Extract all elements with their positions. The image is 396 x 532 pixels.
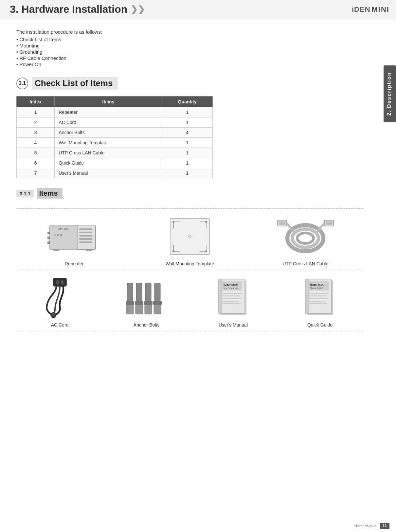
cell-index: 5 xyxy=(17,148,55,158)
utp-cable-label: UTP Cross LAN Cable xyxy=(282,261,328,266)
svg-rect-9 xyxy=(47,237,50,239)
section-number-badge: 3.1 xyxy=(16,78,28,89)
items-grid: iDEN MINI Repeater xyxy=(16,208,363,331)
item-users-manual: iDEN MINI User's Manual User's Manual xyxy=(190,276,277,328)
subsection-badge: 3.1.1 xyxy=(16,190,34,197)
table-row: 1 Repeater 1 xyxy=(17,107,213,117)
svg-point-19 xyxy=(172,221,174,223)
anchor-bolts-image xyxy=(117,276,176,319)
item-repeater: iDEN MINI Repeater xyxy=(16,215,132,266)
svg-rect-10 xyxy=(47,241,50,244)
users-manual-image: iDEN MINI User's Manual xyxy=(204,276,263,319)
svg-rect-52 xyxy=(145,305,152,314)
svg-rect-14 xyxy=(53,249,60,251)
cell-index: 4 xyxy=(17,138,55,148)
cell-index: 2 xyxy=(17,117,55,128)
table-row: 6 Quick Guide 1 xyxy=(17,158,213,168)
svg-rect-77 xyxy=(309,293,329,294)
svg-text:iDEN MINI: iDEN MINI xyxy=(224,283,238,286)
svg-text:User's Manual: User's Manual xyxy=(224,287,238,289)
cell-item: Anchor Bolts xyxy=(55,128,162,138)
repeater-image: iDEN MINI xyxy=(45,215,104,258)
main-content: The installation procedure is as follows… xyxy=(0,19,383,341)
chapter-title-text: 3. Hardware Installation xyxy=(10,3,127,15)
svg-rect-3 xyxy=(79,235,92,237)
cell-index: 1 xyxy=(17,107,55,117)
svg-text:iDEN MINI: iDEN MINI xyxy=(310,283,324,286)
svg-rect-44 xyxy=(127,283,133,301)
svg-rect-69 xyxy=(222,301,238,302)
cell-qty: 1 xyxy=(162,107,213,117)
wall-template-label: Wall Mounting Template xyxy=(166,261,214,266)
list-item: Check List of Items xyxy=(16,37,363,42)
svg-point-22 xyxy=(205,221,207,223)
svg-point-12 xyxy=(57,234,59,236)
svg-rect-1 xyxy=(79,228,92,230)
svg-rect-73 xyxy=(305,279,309,313)
svg-rect-41 xyxy=(61,280,63,284)
svg-point-11 xyxy=(54,234,56,236)
utp-cable-image xyxy=(276,215,335,258)
svg-rect-53 xyxy=(154,283,160,301)
brand-logo: iDEN MINI xyxy=(352,5,389,14)
cell-item: Quick Guide xyxy=(55,158,162,168)
svg-rect-40 xyxy=(56,280,59,284)
cell-qty: 1 xyxy=(162,148,213,158)
svg-rect-39 xyxy=(53,278,66,286)
item-wall-template: Wall Mounting Template xyxy=(132,215,247,266)
cell-qty: 1 xyxy=(162,168,213,178)
svg-text:iDEN MINI: iDEN MINI xyxy=(58,228,69,230)
items-table: Index Items Quantity 1 Repeater 1 2 AC C… xyxy=(16,96,213,178)
svg-text:Quick Guide: Quick Guide xyxy=(310,287,323,290)
cell-item: User's Manual xyxy=(55,168,162,178)
table-row: 3 Anchor Bolts 4 xyxy=(17,128,213,138)
quick-guide-label: Quick Guide xyxy=(307,322,333,328)
svg-rect-16 xyxy=(170,219,209,255)
chapter-title: 3. Hardware Installation ❯❯ xyxy=(10,3,145,15)
ac-cord-image xyxy=(30,276,89,319)
svg-rect-55 xyxy=(154,305,161,314)
svg-rect-37 xyxy=(326,222,332,225)
cell-index: 7 xyxy=(17,168,55,178)
cell-qty: 1 xyxy=(162,158,213,168)
sidebar-tab: 2. Description xyxy=(384,65,396,122)
quick-guide-image: iDEN MINI Quick Guide xyxy=(291,276,350,319)
cell-item: Repeater xyxy=(55,107,162,117)
list-item: Grounding xyxy=(16,49,363,55)
wall-template-image xyxy=(160,215,219,258)
svg-rect-66 xyxy=(222,293,242,294)
table-row: 4 Wall Mounting Template 1 xyxy=(17,138,213,148)
subsection-title: Items xyxy=(37,188,62,199)
items-row-1: iDEN MINI Repeater xyxy=(16,208,363,270)
svg-rect-68 xyxy=(222,298,242,299)
svg-point-25 xyxy=(172,250,174,252)
svg-point-32 xyxy=(297,233,314,243)
intro-lead: The installation procedure is as follows… xyxy=(16,29,363,35)
svg-rect-5 xyxy=(79,241,92,243)
svg-rect-51 xyxy=(144,301,153,305)
col-items: Items xyxy=(55,97,162,107)
page-number: 11 xyxy=(380,523,389,529)
item-quick-guide: iDEN MINI Quick Guide Quick Guide xyxy=(277,276,363,328)
svg-rect-49 xyxy=(135,305,143,314)
list-item: RF Cable Connection xyxy=(16,55,363,61)
page-footer: User's Manual 11 xyxy=(354,523,389,529)
list-item: Mounting xyxy=(16,43,363,48)
svg-rect-50 xyxy=(145,283,151,301)
page-header: 3. Hardware Installation ❯❯ iDEN MINI xyxy=(0,0,396,19)
cell-index: 3 xyxy=(17,128,55,138)
svg-rect-47 xyxy=(136,283,142,301)
section-311-header: 3.1.1 Items xyxy=(16,188,363,199)
svg-rect-15 xyxy=(86,249,92,251)
col-quantity: Quantity xyxy=(162,97,213,107)
item-utp-cable: UTP Cross LAN Cable xyxy=(248,215,363,266)
table-row: 5 UTP Cross LAN Cable 1 xyxy=(17,148,213,158)
svg-point-13 xyxy=(60,234,62,236)
svg-rect-43 xyxy=(52,313,55,315)
svg-rect-48 xyxy=(135,301,143,305)
cell-qty: 1 xyxy=(162,117,213,128)
sidebar-label: 2. Description xyxy=(386,72,392,116)
svg-rect-45 xyxy=(126,301,134,305)
svg-rect-81 xyxy=(309,303,328,304)
svg-rect-67 xyxy=(222,295,240,296)
